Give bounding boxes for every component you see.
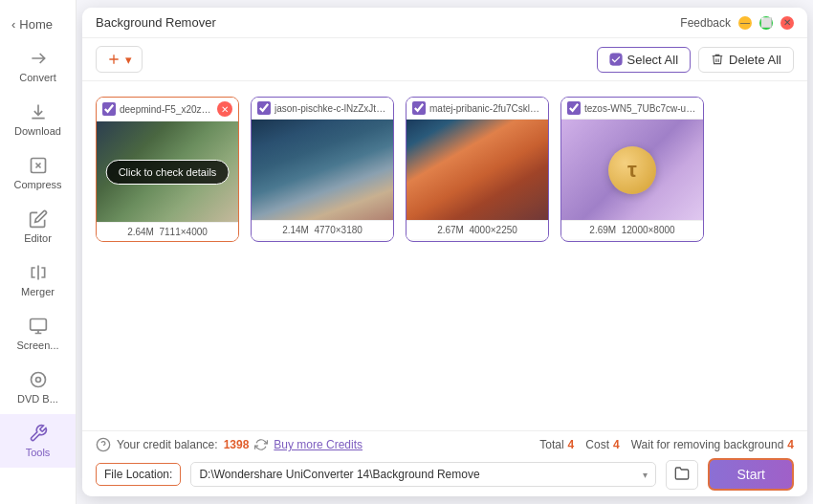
- total-val: 4: [568, 438, 575, 451]
- image-grid: deepmind-F5_x20zxLEl-u... ✕ Click to che…: [96, 97, 794, 242]
- file-location-label: File Location:: [96, 463, 181, 486]
- refresh-icon[interactable]: [254, 438, 268, 451]
- card-checkbox-0[interactable]: [102, 102, 116, 116]
- card-size-0: 2.64M: [127, 227, 154, 237]
- sidebar-dvd-label: DVD B...: [17, 393, 58, 405]
- sidebar-item-screen[interactable]: Screen...: [0, 307, 76, 361]
- back-icon: ‹: [11, 17, 15, 32]
- dialog-bottom: Your credit balance: 1398 Buy more Credi…: [82, 430, 807, 496]
- file-path-text: D:\Wondershare UniConverter 14\Backgroun…: [199, 468, 479, 481]
- card-filename-1: jason-pischke-c-lNzZxJtZ...: [275, 103, 387, 114]
- card-close-0[interactable]: ✕: [217, 101, 232, 117]
- card-footer-0: 2.64M 7111×4000: [97, 222, 238, 241]
- sidebar-item-tools[interactable]: Tools: [0, 414, 76, 468]
- main-area: ...or ionies. data Background Remover Fe…: [77, 0, 813, 504]
- credit-label: Your credit balance:: [117, 438, 218, 451]
- image-card-2[interactable]: matej-pribanic-2fu7CsklT... 2.67M 4000×2…: [406, 97, 549, 242]
- credit-value: 1398: [224, 438, 250, 451]
- start-button[interactable]: Start: [708, 458, 794, 491]
- select-all-checkbox-icon: [609, 53, 623, 66]
- dialog-controls: Feedback — ⬜ ✕: [680, 16, 794, 30]
- coin-icon: τ: [608, 146, 656, 194]
- card-dims-1: 4770×3180: [315, 225, 363, 235]
- toolbar-right: Select All Delete All: [597, 47, 794, 73]
- minimize-button[interactable]: —: [738, 16, 752, 30]
- card-header-0: deepmind-F5_x20zxLEl-u... ✕: [97, 98, 238, 121]
- sidebar-item-merger[interactable]: Merger: [0, 253, 76, 307]
- card-footer-2: 2.67M 4000×2250: [406, 220, 548, 239]
- card-dims-0: 7111×4000: [160, 227, 208, 237]
- sidebar-screen-label: Screen...: [16, 340, 58, 351]
- card-dims-3: 12000×8000: [622, 225, 675, 235]
- card-filename-3: tezos-WN5_7UBc7cw-uns...: [584, 103, 697, 114]
- cost-val: 4: [613, 438, 620, 451]
- cost-label: Cost: [585, 438, 609, 451]
- wait-val: 4: [787, 438, 794, 451]
- dvd-icon: [29, 370, 48, 389]
- file-path-input[interactable]: D:\Wondershare UniConverter 14\Backgroun…: [190, 462, 656, 487]
- card-header-1: jason-pischke-c-lNzZxJtZ...: [252, 98, 393, 120]
- wait-label: Wait for removing background: [631, 438, 784, 451]
- image-card-0[interactable]: deepmind-F5_x20zxLEl-u... ✕ Click to che…: [96, 97, 239, 242]
- sidebar-compress-label: Compress: [13, 179, 61, 190]
- compress-icon: [29, 156, 48, 175]
- svg-rect-4: [609, 54, 621, 65]
- total-item: Total 4: [539, 438, 574, 451]
- card-image-3: τ: [561, 120, 703, 220]
- credit-section: Your credit balance: 1398 Buy more Credi…: [96, 437, 363, 452]
- sidebar-item-compress[interactable]: Compress: [0, 146, 76, 200]
- card-image-2: [406, 120, 548, 220]
- check-detail-overlay-0[interactable]: Click to check details: [106, 160, 230, 185]
- background-remover-dialog: Background Remover Feedback — ⬜ ✕ ▾: [82, 8, 807, 496]
- sidebar-item-convert[interactable]: Convert: [0, 39, 76, 93]
- feedback-link[interactable]: Feedback: [680, 16, 731, 30]
- sidebar-item-download[interactable]: Download: [0, 93, 76, 146]
- folder-icon: [674, 466, 690, 481]
- sidebar-tools-label: Tools: [26, 447, 51, 458]
- sidebar-home-label: Home: [19, 17, 53, 32]
- image-card-3[interactable]: tezos-WN5_7UBc7cw-uns... τ 2.69M 12000×8…: [560, 97, 704, 242]
- card-image-1: [252, 120, 393, 220]
- convert-icon: [29, 49, 48, 68]
- sidebar-item-editor[interactable]: Editor: [0, 200, 76, 253]
- dropdown-chevron-icon: ▾: [643, 470, 648, 480]
- sidebar-merger-label: Merger: [21, 286, 55, 297]
- card-header-2: matej-pribanic-2fu7CsklT...: [406, 98, 548, 120]
- sidebar-back-btn[interactable]: ‹ Home: [0, 10, 76, 39]
- close-button[interactable]: ✕: [780, 16, 794, 30]
- card-checkbox-1[interactable]: [257, 101, 271, 115]
- card-checkbox-2[interactable]: [412, 101, 426, 115]
- total-label: Total: [539, 438, 563, 451]
- merger-icon: [29, 263, 48, 282]
- dialog-content: deepmind-F5_x20zxLEl-u... ✕ Click to che…: [82, 81, 807, 430]
- card-size-2: 2.67M: [437, 225, 464, 235]
- help-icon: [96, 437, 111, 452]
- tools-icon: [29, 424, 48, 443]
- svg-rect-1: [30, 319, 46, 331]
- sidebar-item-dvd[interactable]: DVD B...: [0, 361, 76, 414]
- browse-folder-button[interactable]: [666, 460, 698, 490]
- editor-icon: [29, 209, 48, 229]
- delete-all-label: Delete All: [729, 53, 781, 67]
- add-icon: [106, 52, 121, 67]
- buy-credits-link[interactable]: Buy more Credits: [274, 438, 363, 451]
- select-all-button[interactable]: Select All: [597, 47, 691, 73]
- card-filename-2: matej-pribanic-2fu7CsklT...: [429, 103, 542, 114]
- select-all-label: Select All: [627, 53, 678, 67]
- image-card-1[interactable]: jason-pischke-c-lNzZxJtZ... 2.14M 4770×3…: [251, 97, 394, 242]
- card-header-3: tezos-WN5_7UBc7cw-uns...: [561, 98, 703, 120]
- totals-section: Total 4 Cost 4 Wait for removing backgro…: [539, 438, 794, 451]
- add-btn-label: ▾: [125, 53, 132, 67]
- card-checkbox-3[interactable]: [567, 101, 581, 115]
- sidebar-download-label: Download: [14, 125, 61, 137]
- dialog-toolbar: ▾ Select All Delete All: [82, 38, 807, 81]
- maximize-button[interactable]: ⬜: [759, 16, 773, 30]
- dialog-titlebar: Background Remover Feedback — ⬜ ✕: [82, 8, 807, 38]
- delete-all-button[interactable]: Delete All: [698, 47, 794, 73]
- svg-point-2: [31, 373, 45, 387]
- add-files-button[interactable]: ▾: [96, 46, 143, 73]
- dialog-title: Background Remover: [96, 15, 216, 30]
- card-size-3: 2.69M: [589, 225, 616, 235]
- card-footer-3: 2.69M 12000×8000: [561, 220, 703, 239]
- card-size-1: 2.14M: [282, 225, 309, 235]
